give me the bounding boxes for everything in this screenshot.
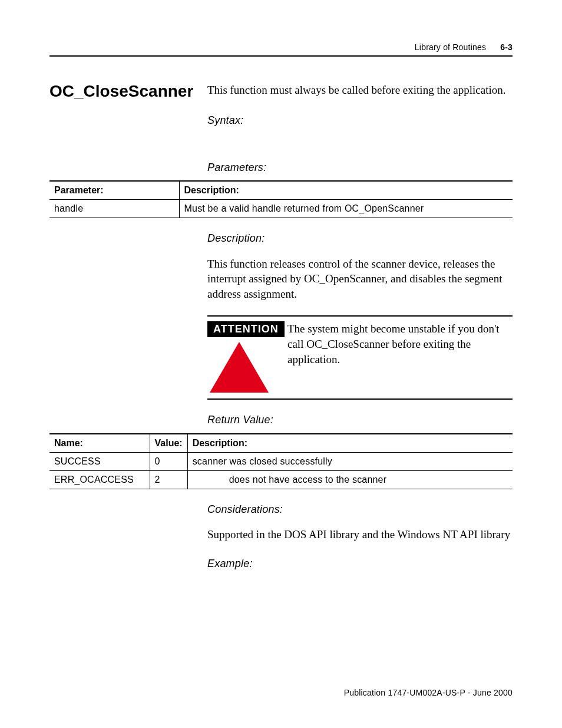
tail-block: Considerations: Supported in the DOS API… (207, 502, 513, 581)
table-row: handle Must be a valid handle returned f… (49, 200, 513, 218)
spacer-left (49, 231, 153, 315)
description-text: This function releases control of the sc… (207, 256, 513, 302)
return-value-cell: 0 (150, 452, 187, 470)
table-row: ERR_OCACCESS 2 does not have access to t… (49, 470, 513, 489)
return-value-cell: 2 (150, 470, 187, 489)
param-name-cell: handle (49, 200, 179, 218)
page: Library of Routines 6-3 OC_CloseScanner … (0, 0, 562, 728)
return-value-label: Return Value: (207, 413, 513, 427)
param-desc-cell: Must be a valid handle returned from OC_… (179, 200, 513, 218)
attention-text: The system might become unstable if you … (287, 321, 513, 367)
spacer-left-2 (49, 315, 153, 413)
return-desc-cell: does not have access to the scanner (187, 470, 513, 489)
table-header-row: Parameter: Description: (49, 181, 513, 200)
description-label: Description: (207, 231, 513, 245)
attention-block: ATTENTION The system might become unstab… (207, 315, 513, 400)
return-name-cell: SUCCESS (49, 452, 150, 470)
publication-footer: Publication 1747-UM002A-US-P - June 2000 (344, 688, 513, 697)
returns-header-description: Description: (187, 434, 513, 453)
content-grid: OC_CloseScanner This function must alway… (49, 83, 513, 581)
returns-table-wrap: Name: Value: Description: SUCCESS 0 scan… (49, 433, 513, 489)
attention-badge: ATTENTION (207, 321, 285, 337)
parameters-header-description: Description: (179, 181, 513, 200)
attention-left: ATTENTION (207, 321, 283, 393)
running-head: Library of Routines 6-3 (49, 42, 513, 52)
warning-triangle-icon (210, 342, 269, 393)
syntax-label: Syntax: (207, 113, 513, 127)
running-head-page: 6-3 (500, 42, 513, 52)
spacer-left-3 (49, 413, 153, 433)
return-desc-cell: scanner was closed successfully (187, 452, 513, 470)
parameters-table: Parameter: Description: handle Must be a… (49, 180, 513, 218)
considerations-text: Supported in the DOS API library and the… (207, 527, 513, 542)
intro-block: This function must always be called befo… (207, 83, 513, 180)
table-row: SUCCESS 0 scanner was closed successfull… (49, 452, 513, 470)
parameters-header-parameter: Parameter: (49, 181, 179, 200)
returns-header-value: Value: (150, 434, 187, 453)
returns-table: Name: Value: Description: SUCCESS 0 scan… (49, 433, 513, 489)
returns-header-name: Name: (49, 434, 150, 453)
return-label-block: Return Value: (207, 413, 513, 433)
spacer-left-4 (49, 502, 153, 581)
description-block: Description: This function releases cont… (207, 231, 513, 315)
return-name-cell: ERR_OCACCESS (49, 470, 150, 489)
table-header-row: Name: Value: Description: (49, 434, 513, 453)
parameters-table-wrap: Parameter: Description: handle Must be a… (49, 180, 513, 218)
intro-text: This function must always be called befo… (207, 83, 513, 98)
section-title: OC_CloseScanner (49, 83, 153, 180)
running-head-rule (49, 55, 513, 57)
example-label: Example: (207, 556, 513, 571)
running-head-chapter: Library of Routines (415, 42, 486, 52)
parameters-label: Parameters: (207, 160, 513, 174)
considerations-label: Considerations: (207, 502, 513, 516)
